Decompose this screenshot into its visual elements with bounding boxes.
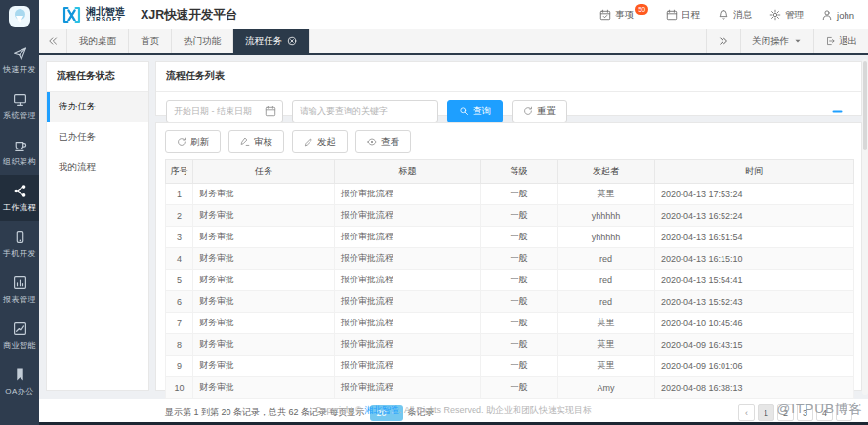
sidebar-item-business-bi[interactable]: 商业智能 (0, 313, 39, 359)
chevrons-right-icon[interactable] (706, 29, 740, 53)
table-cell: 一般 (481, 377, 558, 399)
messages-button[interactable]: 消息 (718, 9, 752, 21)
table-cell: 一般 (481, 184, 558, 205)
user-menu[interactable]: john (821, 9, 854, 21)
column-header: 发起者 (558, 160, 655, 184)
table-cell: 7 (166, 313, 193, 334)
refresh-button[interactable]: 刷新 (165, 130, 221, 153)
sidebar-item-workflow[interactable]: 工作流程 (0, 175, 39, 221)
status-item-todo-tasks[interactable]: 待办任务 (47, 92, 148, 122)
table-cell: 一般 (481, 205, 558, 227)
chevrons-left-icon[interactable] (39, 29, 67, 53)
tab-label: 热门功能 (184, 35, 221, 48)
pen-nib-icon (240, 137, 250, 147)
table-cell: 3 (166, 227, 193, 248)
sidebar-item-label: OA办公 (5, 386, 34, 397)
collapse-search-icon[interactable] (831, 106, 844, 118)
table-row[interactable]: 9财务审批报价审批流程一般莫里2020-04-09 16:01:06 (166, 356, 854, 377)
app-logo-button[interactable] (0, 0, 39, 33)
sidebar-item-rapid-dev[interactable]: 快速开发 (0, 37, 39, 83)
table-cell: 8 (166, 334, 193, 356)
sidebar-item-report-mgmt[interactable]: 报表管理 (0, 267, 39, 313)
table-cell: 6 (166, 291, 193, 313)
tab-hot-features[interactable]: 热门功能 (172, 29, 233, 53)
table-row[interactable]: 1财务审批报价审批流程一般莫里2020-04-13 17:53:24 (166, 184, 854, 205)
xjr-mark-icon (62, 6, 81, 24)
sidebar-item-org-structure[interactable]: 组织架构 (0, 129, 39, 175)
table-cell: 报价审批流程 (335, 334, 481, 356)
tab-process-task[interactable]: 流程任务 (233, 29, 310, 53)
column-header: 标题 (335, 160, 481, 184)
table-cell: 2020-04-13 16:52:24 (655, 205, 854, 227)
scrollbar[interactable] (862, 59, 868, 395)
manage-button[interactable]: 管理 (769, 9, 804, 21)
view-button-label: 查看 (381, 136, 399, 149)
brand-text: 湘北智造 XJRSOFT (86, 7, 125, 23)
sidebar-item-label: 报表管理 (3, 294, 36, 305)
table-row[interactable]: 2财务审批报价审批流程一般yhhhhh2020-04-13 16:52:24 (166, 205, 854, 227)
refresh-button-label: 刷新 (190, 136, 209, 149)
audit-button[interactable]: 审核 (228, 130, 284, 153)
keyword-input[interactable] (293, 106, 437, 116)
sidebar-item-mobile-dev[interactable]: 手机开发 (0, 221, 39, 267)
table-cell: 一般 (481, 227, 558, 248)
schedule-button[interactable]: 日程 (666, 9, 700, 21)
table-cell: 莫里 (558, 356, 655, 377)
copyright: Copyright © 湘北智造. All Rights Reserved. 助… (39, 404, 868, 417)
audit-button-label: 审核 (254, 136, 272, 149)
date-range-input[interactable] (167, 106, 282, 116)
view-button[interactable]: 查看 (355, 130, 411, 153)
table-cell: Amy (558, 377, 655, 399)
table-row[interactable]: 10财务审批报价审批流程一般Amy2020-04-08 16:38:13 (166, 377, 854, 399)
brand-link[interactable]: 湘北智造 (364, 405, 399, 415)
sidebar-item-label: 手机开发 (3, 248, 36, 259)
table-cell: 报价审批流程 (335, 313, 481, 334)
sidebar-menu: 快速开发系统管理组织架构工作流程手机开发报表管理商业智能OA办公 (0, 37, 39, 404)
table-cell: 财务审批 (193, 205, 335, 227)
reset-button[interactable]: 重置 (512, 100, 567, 123)
table-cell: 财务审批 (193, 270, 335, 291)
matters-button[interactable]: 事项50 (599, 9, 648, 21)
sidebar-item-oa-office[interactable]: OA办公 (0, 359, 39, 404)
tab-label: 我的桌面 (79, 35, 116, 48)
table-cell: red (558, 248, 655, 270)
table-cell: 2020-04-13 17:53:24 (655, 184, 854, 205)
tab-home[interactable]: 首页 (129, 29, 172, 53)
launch-button-label: 发起 (317, 136, 336, 149)
close-operations-button[interactable]: 关闭操作 (740, 29, 813, 53)
launch-button[interactable]: 发起 (292, 130, 348, 153)
table-row[interactable]: 5财务审批报价审批流程一般red2020-04-13 15:54:41 (166, 270, 854, 291)
schedule-button-label: 日程 (682, 9, 700, 21)
table-row[interactable]: 3财务审批报价审批流程一般yhhhhh2020-04-13 16:51:54 (166, 227, 854, 248)
table-cell: 9 (166, 356, 193, 377)
table-cell: 报价审批流程 (335, 356, 481, 377)
brand-logo[interactable]: 湘北智造 XJRSOFT (62, 6, 125, 24)
table-cell: 一般 (481, 248, 558, 270)
pencil-icon (304, 137, 313, 147)
status-item-my-flows[interactable]: 我的流程 (47, 152, 148, 183)
status-item-done-tasks[interactable]: 已办任务 (47, 122, 148, 152)
scrollbar-thumb[interactable] (863, 61, 867, 150)
table-row[interactable]: 4财务审批报价审批流程一般red2020-04-13 16:15:10 (166, 248, 854, 270)
table-cell: red (558, 291, 655, 313)
table-row[interactable]: 8财务审批报价审批流程一般莫里2020-04-09 16:43:15 (166, 334, 854, 356)
table-row[interactable]: 6财务审批报价审批流程一般red2020-04-13 15:52:43 (166, 291, 854, 313)
table-cell: 10 (166, 377, 193, 399)
table-cell: 2 (166, 205, 193, 227)
table-cell: 一般 (481, 291, 558, 313)
table-cell: 财务审批 (193, 313, 335, 334)
topbar: 湘北智造 XJRSOFT XJR快速开发平台 事项50日程消息管理john (39, 0, 868, 29)
exit-button[interactable]: 退出 (813, 29, 868, 53)
tab-my-desktop[interactable]: 我的桌面 (67, 29, 129, 53)
monitor-icon (13, 92, 27, 106)
table-cell: 一般 (481, 270, 558, 291)
table-cell: 一般 (481, 334, 558, 356)
table-cell: 一般 (481, 313, 558, 334)
bar-chart-icon (13, 276, 27, 290)
table-cell: 报价审批流程 (335, 377, 481, 399)
sidebar-item-label: 系统管理 (3, 110, 36, 121)
table-cell: yhhhhh (558, 227, 655, 248)
sidebar-item-system-mgmt[interactable]: 系统管理 (0, 83, 39, 129)
search-button[interactable]: 查询 (447, 100, 503, 123)
table-row[interactable]: 7财务审批报价审批流程一般莫里2020-04-10 10:45:46 (166, 313, 854, 334)
